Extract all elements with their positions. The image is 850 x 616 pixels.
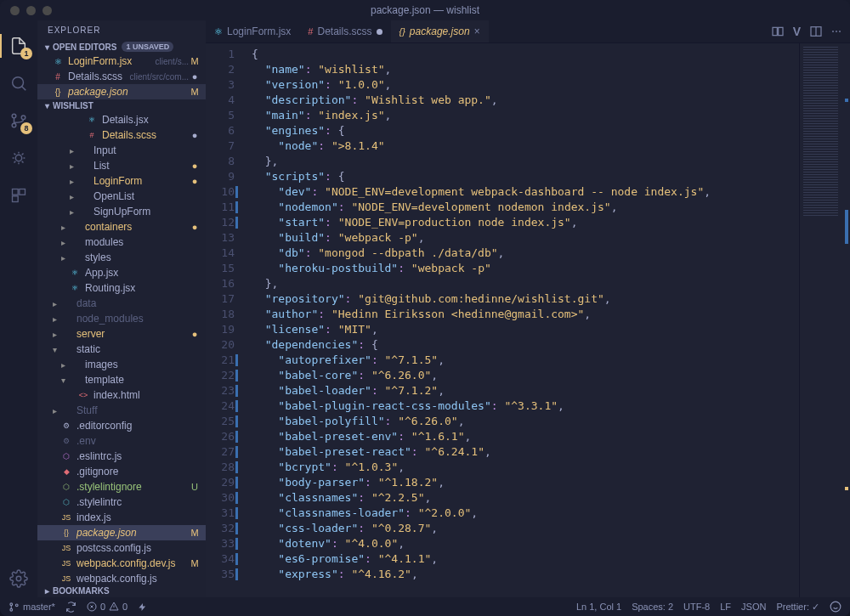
sidebar: EXPLORER ▾ OPEN EDITORS 1 UNSAVED ⚛ Logi… [37, 20, 206, 597]
item-label: .gitignore [76, 466, 189, 478]
svg-point-16 [830, 602, 841, 612]
debug-activity[interactable] [0, 139, 37, 177]
bolt-status[interactable] [138, 602, 147, 612]
open-editor-item[interactable]: ⚛ LoginForm.jsx client/s... M [37, 54, 206, 69]
editor-tab[interactable]: ⚛ LoginForm.jsx [206, 20, 299, 42]
open-editor-item[interactable]: {} package.json M [37, 84, 206, 99]
file-name: Details.scss [68, 71, 127, 82]
compare-icon[interactable] [771, 25, 785, 38]
close-icon[interactable]: × [474, 25, 480, 37]
file-icon: ⬡ [60, 452, 73, 461]
search-activity[interactable] [0, 65, 37, 102]
editor-tab[interactable]: # Details.scss [299, 20, 390, 42]
file-icon: JS [60, 559, 73, 568]
tab-label: LoginForm.jsx [227, 25, 291, 37]
tree-item[interactable]: ⬡ .eslintrc.js [37, 449, 206, 464]
tree-item[interactable]: JS postcss.config.js [37, 540, 206, 556]
chevron-down-icon: ▾ [41, 42, 53, 52]
item-label: .env [76, 435, 189, 447]
scm-activity[interactable]: 8 [0, 102, 37, 139]
tree-item[interactable]: ▸ Input [37, 143, 206, 158]
tree-item[interactable]: ⚛ Routing.jsx [37, 280, 206, 296]
indentation-status[interactable]: Spaces: 2 [632, 602, 673, 612]
item-label: containers [85, 221, 189, 233]
tree-item[interactable]: ▸ containers ● [37, 219, 206, 235]
tree-item[interactable]: # Details.scss ● [37, 127, 206, 143]
item-label: LoginForm [94, 175, 189, 187]
bookmarks-section[interactable]: ▸ BOOKMARKS [37, 585, 206, 597]
item-status: U [189, 482, 201, 492]
chevron-icon: ▸ [49, 330, 60, 339]
language-status[interactable]: JSON [741, 602, 766, 612]
tree-item[interactable]: ⬡ .stylelintrc [37, 494, 206, 510]
item-label: webpack.config.js [76, 573, 189, 585]
tree-item[interactable]: <> index.html [37, 387, 206, 403]
explorer-activity[interactable]: 1 [0, 27, 37, 65]
tree-item[interactable]: ⚛ Details.jsx [37, 112, 206, 127]
problems-status[interactable]: 0 0 [87, 602, 128, 612]
item-label: .stylelintignore [76, 481, 189, 493]
minimap[interactable] [799, 43, 850, 597]
git-branch-status[interactable]: master* [8, 602, 55, 613]
tree-item[interactable]: JS webpack.config.js [37, 571, 206, 585]
encoding-status[interactable]: UTF-8 [683, 602, 710, 612]
tab-actions: V ⋯ [762, 20, 850, 42]
tree-item[interactable]: ▸ styles [37, 250, 206, 265]
tree-item[interactable]: ▸ modules [37, 235, 206, 250]
tree-item[interactable]: ▾ template [37, 372, 206, 387]
sync-status[interactable] [65, 602, 76, 613]
tree-item[interactable]: ⚙ .editorconfig [37, 418, 206, 433]
tree-item[interactable]: ▸ List ● [37, 158, 206, 173]
tree-item[interactable]: ▸ SignUpForm [37, 204, 206, 219]
tree-item[interactable]: ▸ node_modules [37, 311, 206, 326]
eol-status[interactable]: LF [720, 602, 731, 612]
item-label: List [94, 160, 189, 172]
tree-item[interactable]: ▸ Stuff [37, 403, 206, 418]
item-label: .editorconfig [76, 420, 189, 432]
item-status: M [189, 528, 201, 538]
tree-item[interactable]: {} package.json M [37, 525, 206, 540]
svg-point-8 [16, 576, 21, 581]
file-icon: ◆ [60, 467, 73, 476]
svg-rect-7 [13, 196, 19, 202]
branch-name: master* [23, 602, 55, 612]
open-editors-section[interactable]: ▾ OPEN EDITORS 1 UNSAVED [37, 40, 206, 54]
tree-item[interactable]: ▸ OpenList [37, 189, 206, 204]
item-label: postcss.config.js [76, 542, 189, 554]
tree-item[interactable]: ⚛ App.jsx [37, 265, 206, 280]
item-status: ● [189, 223, 201, 230]
vim-indicator: V [793, 25, 801, 38]
file-icon: {} [51, 88, 65, 97]
chevron-icon: ▸ [49, 406, 60, 415]
branch-icon [8, 602, 20, 613]
extensions-activity[interactable] [0, 177, 37, 214]
tree-item[interactable]: ◆ .gitignore [37, 464, 206, 479]
editor-tab[interactable]: {} package.json × [391, 20, 489, 42]
tree-item[interactable]: ▸ LoginForm ● [37, 173, 206, 189]
item-label: Stuff [76, 404, 189, 416]
project-section[interactable]: ▾ WISHLIST [37, 99, 206, 112]
feedback-status[interactable] [830, 601, 842, 613]
tree-item[interactable]: ⚙ .env [37, 433, 206, 449]
split-editor-icon[interactable] [809, 25, 823, 38]
tree-item[interactable]: JS index.js [37, 510, 206, 525]
tree-item[interactable]: ▸ data [37, 296, 206, 311]
tree-item[interactable]: ▸ server ● [37, 326, 206, 342]
tree-item[interactable]: ⬡ .stylelintignore U [37, 479, 206, 494]
tree-item[interactable]: JS webpack.config.dev.js M [37, 556, 206, 571]
tree-item[interactable]: ▸ images [37, 357, 206, 372]
cursor-position[interactable]: Ln 1, Col 1 [576, 602, 621, 612]
settings-activity[interactable] [0, 560, 37, 597]
scm-badge: 8 [20, 122, 32, 134]
more-icon[interactable]: ⋯ [831, 25, 842, 37]
warning-icon [109, 602, 119, 612]
sidebar-title: EXPLORER [37, 20, 206, 40]
code-editor[interactable]: { "name": "wishlist", "version": "1.0.0"… [245, 43, 799, 597]
item-label: server [76, 328, 189, 340]
tree-item[interactable]: ▾ static [37, 342, 206, 357]
chevron-icon: ▸ [49, 299, 60, 308]
prettier-status[interactable]: Prettier: ✓ [776, 602, 819, 613]
item-label: static [76, 343, 189, 355]
open-editor-item[interactable]: # Details.scss client/src/com... ● [37, 69, 206, 84]
item-label: data [76, 297, 189, 309]
